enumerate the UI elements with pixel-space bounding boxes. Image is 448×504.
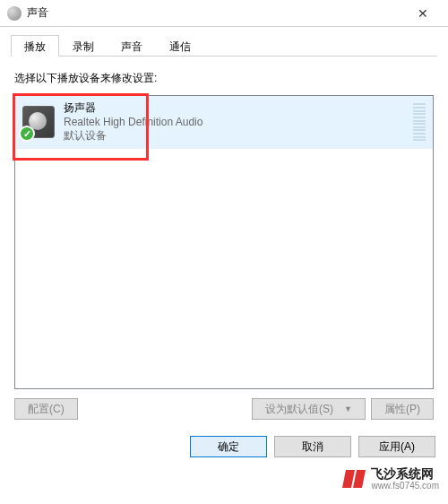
watermark-name: 飞沙系统网: [371, 467, 439, 481]
window-title: 声音: [27, 5, 405, 21]
device-item[interactable]: ✓ 扬声器 Realtek High Definition Audio 默认设备: [15, 96, 433, 149]
tab-content: 选择以下播放设备来修改设置: ✓ 扬声器 Realtek High Defini…: [11, 56, 437, 427]
sound-icon: [7, 6, 22, 21]
apply-button[interactable]: 应用(A): [358, 436, 435, 457]
device-list[interactable]: ✓ 扬声器 Realtek High Definition Audio 默认设备: [14, 95, 434, 389]
default-check-icon: ✓: [19, 126, 35, 142]
close-button[interactable]: ✕: [405, 3, 441, 24]
tab-communications[interactable]: 通信: [156, 35, 204, 56]
ok-button[interactable]: 确定: [190, 436, 267, 457]
tab-recording[interactable]: 录制: [59, 35, 108, 56]
tabs: 播放 录制 声音 通信: [11, 34, 437, 56]
chevron-down-icon: ▼: [344, 404, 352, 413]
configure-button[interactable]: 配置(C): [14, 398, 78, 420]
dialog-body: 播放 录制 声音 通信 选择以下播放设备来修改设置: ✓ 扬声器 Realtek…: [0, 27, 448, 427]
level-meter: [413, 103, 426, 141]
device-icon-wrap: ✓: [22, 106, 55, 138]
instruction-text: 选择以下播放设备来修改设置:: [14, 71, 434, 86]
watermark-text: 飞沙系统网 www.fs0745.com: [371, 467, 439, 491]
titlebar: 声音 ✕: [0, 0, 448, 27]
tab-sounds[interactable]: 声音: [108, 35, 156, 56]
device-description: Realtek High Definition Audio: [64, 116, 406, 130]
watermark-logo-icon: [342, 466, 367, 491]
cancel-button[interactable]: 取消: [274, 436, 351, 457]
button-row-lower: 配置(C) 设为默认值(S)▼ 属性(P): [14, 398, 434, 420]
set-default-button[interactable]: 设为默认值(S)▼: [252, 398, 366, 420]
device-status: 默认设备: [64, 129, 406, 143]
device-name: 扬声器: [64, 101, 406, 116]
watermark-url: www.fs0745.com: [371, 481, 439, 491]
watermark: 飞沙系统网 www.fs0745.com: [342, 466, 439, 491]
device-info: 扬声器 Realtek High Definition Audio 默认设备: [64, 101, 406, 143]
properties-button[interactable]: 属性(P): [371, 398, 434, 420]
tab-playback[interactable]: 播放: [11, 35, 59, 56]
dialog-buttons: 确定 取消 应用(A): [0, 427, 448, 470]
